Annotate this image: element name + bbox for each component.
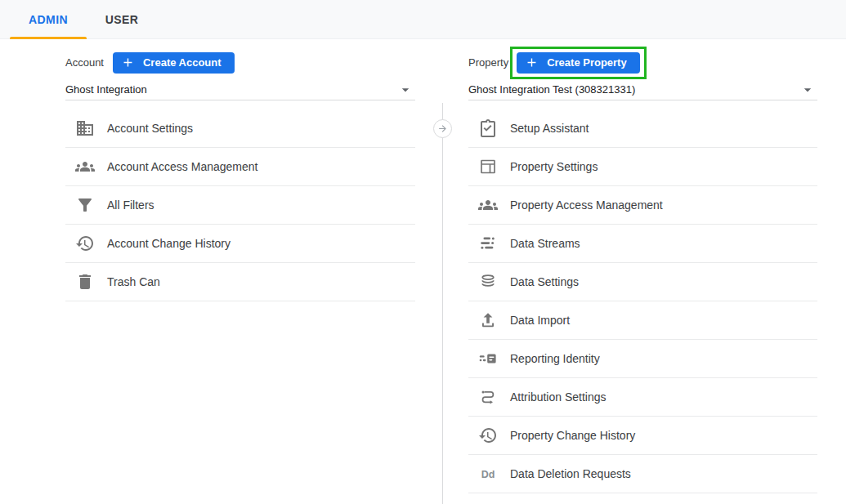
data-streams-icon bbox=[478, 234, 498, 253]
menu-item[interactable]: Attribution Settings bbox=[468, 378, 817, 417]
highlight-box: Create Property bbox=[510, 47, 647, 79]
menu-item[interactable]: Setup Assistant bbox=[468, 109, 817, 148]
plus-icon bbox=[121, 56, 135, 69]
menu-item-label: All Filters bbox=[107, 198, 154, 212]
history-icon bbox=[75, 234, 95, 253]
chevron-down-icon bbox=[397, 82, 414, 98]
menu-item-label: Data Deletion Requests bbox=[510, 467, 631, 480]
create-account-button[interactable]: Create Account bbox=[113, 52, 235, 74]
property-label: Property bbox=[468, 56, 508, 69]
menu-item-label: Data Import bbox=[510, 314, 570, 327]
clipboard-check-icon bbox=[478, 118, 498, 138]
svg-text:Dd: Dd bbox=[481, 469, 495, 480]
property-selector-value: Ghost Integration Test (308321331) bbox=[468, 83, 635, 96]
filter-icon bbox=[75, 195, 95, 215]
menu-item-label: Attribution Settings bbox=[510, 390, 607, 404]
menu-item-label: Trash Can bbox=[107, 275, 160, 288]
upload-icon bbox=[478, 310, 498, 330]
menu-item-label: Account Change History bbox=[107, 237, 231, 250]
people-group-icon bbox=[478, 195, 498, 215]
menu-item-label: Reporting Identity bbox=[510, 352, 600, 365]
create-account-button-label: Create Account bbox=[143, 56, 222, 69]
create-property-button[interactable]: Create Property bbox=[517, 52, 640, 74]
plus-icon bbox=[525, 56, 539, 69]
property-menu: Setup Assistant Property Settings Proper… bbox=[468, 109, 817, 493]
menu-item-label: Setup Assistant bbox=[510, 122, 589, 135]
tab-user[interactable]: USER bbox=[95, 0, 149, 39]
tab-admin[interactable]: ADMIN bbox=[10, 0, 87, 39]
people-group-icon bbox=[75, 157, 95, 176]
attribution-path-icon bbox=[478, 387, 498, 407]
menu-item[interactable]: Account Change History bbox=[65, 225, 415, 263]
menu-item-label: Property Change History bbox=[510, 429, 635, 442]
window-layout-icon bbox=[478, 157, 498, 176]
collapse-account-column-button[interactable] bbox=[433, 119, 452, 138]
dd-text-icon: Dd bbox=[478, 464, 498, 484]
create-property-button-label: Create Property bbox=[547, 56, 627, 69]
identity-card-icon bbox=[478, 349, 498, 368]
menu-item[interactable]: Dd Data Deletion Requests bbox=[468, 455, 817, 493]
property-panel-header: Property Create Property bbox=[468, 49, 647, 76]
database-icon bbox=[478, 272, 498, 292]
menu-item-label: Property Settings bbox=[510, 160, 598, 173]
menu-item-label: Property Access Management bbox=[510, 198, 663, 212]
account-label: Account bbox=[65, 56, 104, 69]
account-selector-dropdown[interactable]: Ghost Integration bbox=[65, 79, 415, 100]
arrow-right-icon bbox=[437, 123, 448, 134]
chevron-down-icon bbox=[799, 82, 816, 98]
history-icon bbox=[478, 426, 498, 445]
admin-user-tabbar: ADMIN USER bbox=[0, 0, 846, 39]
menu-item[interactable]: Property Access Management bbox=[468, 186, 817, 225]
account-selector-value: Ghost Integration bbox=[65, 83, 147, 96]
trash-icon bbox=[75, 272, 95, 292]
menu-item[interactable]: Account Access Management bbox=[65, 148, 415, 186]
menu-item[interactable]: Property Change History bbox=[468, 417, 817, 455]
menu-item-label: Data Settings bbox=[510, 275, 579, 288]
menu-item[interactable]: Reporting Identity bbox=[468, 340, 817, 378]
account-menu: Account Settings Account Access Manageme… bbox=[65, 109, 415, 301]
menu-item[interactable]: Trash Can bbox=[65, 263, 415, 301]
menu-item[interactable]: All Filters bbox=[65, 186, 415, 225]
menu-item[interactable]: Account Settings bbox=[65, 109, 415, 148]
menu-item[interactable]: Data Settings bbox=[468, 263, 817, 301]
menu-item[interactable]: Data Streams bbox=[468, 225, 817, 263]
account-panel-header: Account Create Account bbox=[65, 49, 235, 76]
menu-item-label: Account Access Management bbox=[107, 160, 257, 173]
column-divider bbox=[442, 103, 443, 504]
property-selector-dropdown[interactable]: Ghost Integration Test (308321331) bbox=[468, 79, 817, 100]
menu-item[interactable]: Data Import bbox=[468, 301, 817, 340]
menu-item-label: Account Settings bbox=[107, 122, 193, 135]
building-icon bbox=[75, 118, 95, 138]
menu-item[interactable]: Property Settings bbox=[468, 148, 817, 186]
menu-item-label: Data Streams bbox=[510, 237, 580, 250]
